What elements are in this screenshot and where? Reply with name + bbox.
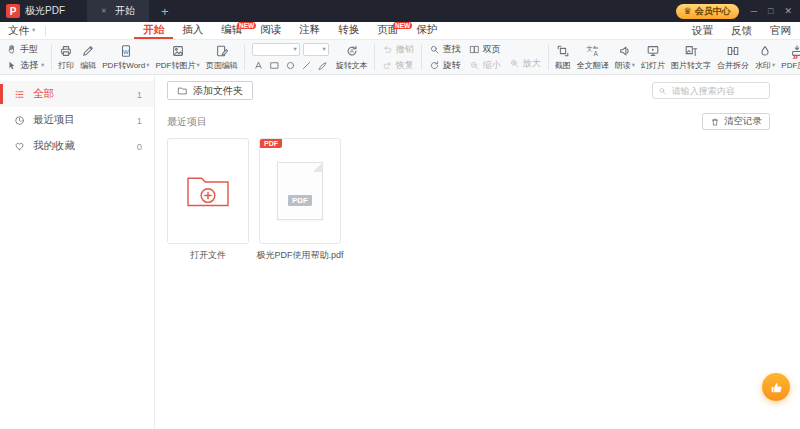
heart-icon: [14, 141, 25, 152]
doc-word-icon: W: [119, 44, 133, 58]
new-tab-button[interactable]: +: [161, 5, 169, 18]
tool-mode-group: 手型 选择 ▾: [2, 43, 48, 72]
divider: [374, 44, 375, 70]
svg-text:A: A: [593, 49, 598, 56]
full-translate-button[interactable]: 文 A 全文翻译: [574, 44, 612, 71]
member-center-button[interactable]: ♛ 会员中心: [676, 4, 739, 19]
text-color-button[interactable]: [252, 59, 265, 72]
document-tab[interactable]: ✕ 开始: [87, 0, 149, 22]
svg-text:W: W: [123, 47, 129, 54]
read-aloud-button[interactable]: 朗读 ▾: [612, 44, 638, 71]
sidebar-item-recent[interactable]: 最近项目 1: [0, 107, 154, 133]
undo-button[interactable]: 撤销: [382, 43, 414, 56]
select-tool-button[interactable]: 选择 ▾: [6, 59, 44, 72]
sidebar-item-all[interactable]: 全部 1: [0, 81, 154, 107]
line-icon: [301, 60, 312, 71]
app-name: 极光PDF: [25, 4, 65, 18]
count-badge: 1: [137, 115, 142, 126]
redo-button[interactable]: 恢复: [382, 59, 414, 72]
find-button[interactable]: 查找: [429, 43, 461, 56]
ellipse-shape-button[interactable]: [284, 59, 297, 72]
page-edit-icon: [215, 44, 229, 58]
open-file-card-body[interactable]: [167, 138, 249, 244]
divider: [421, 44, 422, 70]
add-folder-button[interactable]: 添加文件夹: [167, 81, 253, 100]
cursor-icon: [6, 60, 17, 71]
rotate-text-button[interactable]: A 旋转文本: [333, 44, 371, 71]
zoom-in-button[interactable]: 放大: [509, 57, 541, 70]
print-button[interactable]: 打印: [55, 44, 77, 71]
chevron-down-icon: ▾: [772, 62, 775, 69]
image-to-text-icon: [684, 44, 698, 58]
pdf-to-word-button[interactable]: W PDF转Word ▾: [99, 44, 152, 71]
settings-link[interactable]: 设置: [683, 22, 722, 39]
website-link[interactable]: 官网: [761, 22, 800, 39]
chevron-down-icon: ▾: [323, 46, 326, 53]
rotate-page-button[interactable]: 旋转: [429, 59, 461, 72]
count-badge: 0: [137, 141, 142, 152]
toolbar-overflow-button[interactable]: »: [792, 51, 798, 62]
line-shape-button[interactable]: [300, 59, 313, 72]
recent-file-card-body[interactable]: PDF PDF: [259, 138, 341, 244]
edit-button[interactable]: 编辑: [77, 44, 99, 71]
feedback-link[interactable]: 反馈: [722, 22, 761, 39]
feedback-fab-button[interactable]: [762, 373, 790, 401]
image-to-text-button[interactable]: 图片转文字: [668, 44, 714, 71]
slideshow-button[interactable]: 幻灯片: [638, 44, 668, 71]
pdf-to-image-button[interactable]: PDF转图片 ▾: [153, 44, 203, 71]
circle-icon: [285, 60, 296, 71]
crown-icon: ♛: [684, 7, 692, 16]
font-family-select[interactable]: ▾: [252, 43, 300, 56]
file-menu[interactable]: 文件 ▾: [0, 22, 45, 39]
image-icon: [171, 44, 185, 58]
search-input[interactable]: [670, 85, 764, 97]
list-icon: [14, 89, 25, 100]
sidebar-item-favorites[interactable]: 我的收藏 0: [0, 133, 154, 159]
search-box[interactable]: [652, 82, 770, 99]
screenshot-icon: [556, 44, 570, 58]
tab-convert[interactable]: 转换: [329, 22, 368, 39]
pdf-badge: PDF: [260, 139, 282, 148]
tab-close-icon[interactable]: ✕: [101, 7, 107, 15]
redo-icon: [382, 60, 393, 71]
tab-protect[interactable]: 保护: [407, 22, 446, 39]
rectangle-shape-button[interactable]: [268, 59, 281, 72]
tab-annotate[interactable]: 注释: [290, 22, 329, 39]
translate-icon: 文 A: [586, 44, 600, 58]
toolbar: 手型 选择 ▾ 打印 编辑 W PDF转Word ▾: [0, 40, 800, 75]
section-title-recent: 最近项目: [167, 115, 207, 129]
chevron-down-icon: ▾: [632, 62, 635, 69]
tab-page[interactable]: 页面 NEW: [368, 22, 407, 39]
tab-edit[interactable]: 编辑 NEW: [212, 22, 251, 39]
chevron-down-icon: ▾: [294, 46, 297, 53]
folder-add-icon: [184, 171, 232, 211]
watermark-button[interactable]: 水印 ▾: [752, 44, 778, 71]
capture-button[interactable]: 截图: [552, 44, 574, 71]
pen-tool-button[interactable]: [316, 59, 329, 72]
tab-home[interactable]: 开始: [134, 22, 173, 39]
merge-split-button[interactable]: 合并拆分: [714, 44, 752, 71]
view-group-col1: 查找 旋转: [425, 43, 465, 72]
font-size-select[interactable]: ▾: [303, 43, 329, 56]
hand-tool-button[interactable]: 手型: [6, 43, 44, 56]
card-label: 打开文件: [190, 249, 226, 262]
search-icon: [429, 44, 440, 55]
tab-read[interactable]: 阅读: [251, 22, 290, 39]
rotate-text-icon: A: [345, 44, 359, 58]
recent-file-card[interactable]: PDF PDF 极光PDF使用帮助.pdf: [259, 138, 341, 262]
tab-insert[interactable]: 插入: [173, 22, 212, 39]
chevron-down-icon: ▾: [41, 62, 44, 69]
search-icon: [658, 86, 667, 96]
printer-icon: [59, 44, 73, 58]
tab-label: 开始: [115, 4, 135, 18]
open-file-card[interactable]: 打开文件: [167, 138, 249, 262]
zoom-out-button[interactable]: 缩小: [469, 59, 501, 72]
sidebar: 全部 1 最近项目 1 我的收藏 0: [0, 75, 155, 429]
minimize-button[interactable]: ─: [751, 6, 757, 16]
clear-records-button[interactable]: 清空记录: [702, 113, 770, 130]
double-page-button[interactable]: 双页: [469, 43, 501, 56]
maximize-button[interactable]: □: [768, 6, 773, 16]
page-edit-button[interactable]: 页面编辑: [203, 44, 241, 71]
close-button[interactable]: ✕: [784, 6, 792, 16]
folder-plus-icon: [177, 85, 188, 96]
